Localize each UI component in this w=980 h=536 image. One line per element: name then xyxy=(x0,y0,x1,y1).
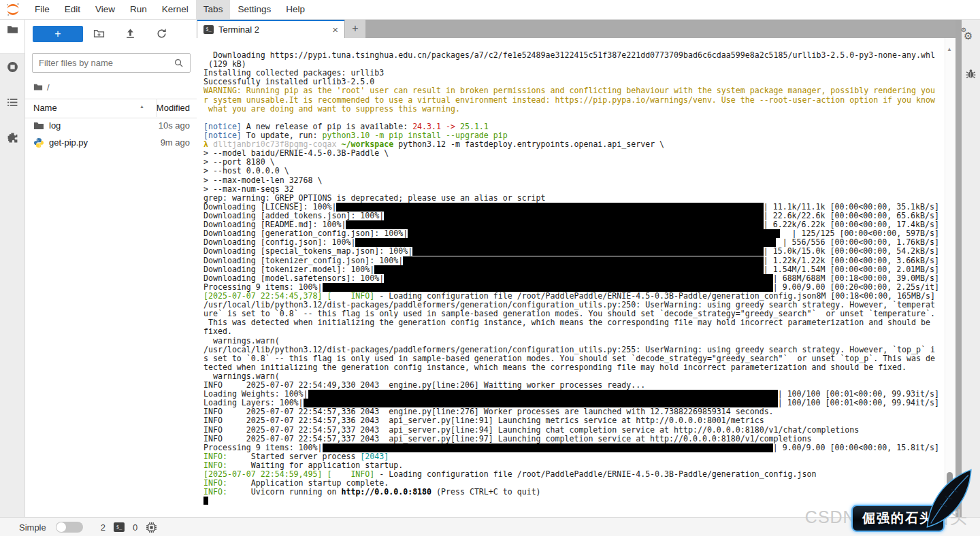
terminal-line: warnings.warn( xyxy=(203,337,939,346)
terminal-line: INFO: Waiting for application startup. xyxy=(203,461,939,470)
terminal-line: > --model baidu/ERNIE-4.5-0.3B-Paddle \ xyxy=(203,149,939,158)
progress-bar-redacted xyxy=(374,265,763,274)
file-browser-toolbar: + xyxy=(25,24,197,45)
debugger-bug-icon[interactable] xyxy=(965,68,977,80)
progress-bar-redacted xyxy=(403,256,764,265)
column-header-name[interactable]: Name xyxy=(33,103,57,113)
menu-item-run[interactable]: Run xyxy=(122,0,154,19)
folder-icon[interactable] xyxy=(7,24,18,35)
terminal-line: grep: warning: GREP_OPTIONS is deprecate… xyxy=(203,194,939,203)
terminal-line: [2025-07-07 22:54:45,378] [ INFO] - Load… xyxy=(203,292,939,301)
terminal-line: warnings.warn( xyxy=(203,372,939,381)
dock-tab-bar: $_ Terminal 2 × + xyxy=(197,19,956,38)
kernel-chip-icon[interactable] xyxy=(146,522,157,533)
menu-item-kernel[interactable]: Kernel xyxy=(154,0,196,19)
column-header-modified[interactable]: Modified xyxy=(157,103,190,113)
progress-bar-redacted xyxy=(346,220,763,229)
upload-icon[interactable] xyxy=(125,28,136,39)
menu-item-help[interactable]: Help xyxy=(278,0,312,19)
file-row-log[interactable]: log10s ago xyxy=(25,117,197,134)
terminal-line: s set to `0.8` -- this flag is only used… xyxy=(203,354,939,363)
progress-bar-redacted xyxy=(336,203,763,212)
new-launcher-button[interactable]: + xyxy=(33,26,83,42)
terminal-line: r system unusable.It is recommended to u… xyxy=(203,96,939,105)
new-folder-icon[interactable] xyxy=(93,28,105,39)
progress-bar-redacted xyxy=(355,238,775,247)
search-icon xyxy=(174,58,184,68)
tab-label[interactable]: Terminal 2 xyxy=(218,24,332,35)
terminal-icon: $_ xyxy=(203,25,214,34)
file-name[interactable]: get-pip.py xyxy=(49,137,161,148)
property-inspector-gears-icon[interactable]: ⚙⚙ xyxy=(964,30,973,42)
terminal-output[interactable]: Downloading https://pypi.tuna.tsinghua.e… xyxy=(197,38,945,517)
breadcrumb-path[interactable]: / xyxy=(47,82,50,93)
terminal-line xyxy=(203,114,939,122)
menu-item-edit[interactable]: Edit xyxy=(57,0,88,19)
terminal-line: INFO 2025-07-07 22:54:57,337 2043 api_se… xyxy=(203,435,939,443)
table-of-contents-icon[interactable] xyxy=(7,97,18,108)
extension-manager-icon[interactable] xyxy=(7,132,18,144)
terminal-line: INFO: Application startup complete. xyxy=(203,479,939,488)
tab-terminal-2[interactable]: $_ Terminal 2 × xyxy=(197,19,344,38)
terminal-scrollbar-track[interactable] xyxy=(945,38,956,517)
simple-mode-toggle[interactable] xyxy=(56,522,83,533)
menu-item-tabs[interactable]: Tabs xyxy=(196,0,231,19)
breadcrumb[interactable]: / xyxy=(33,80,50,94)
home-folder-icon[interactable] xyxy=(33,82,43,92)
progress-bar-redacted xyxy=(384,212,763,220)
file-filter-input[interactable] xyxy=(33,58,174,68)
progress-bar-redacted xyxy=(412,247,764,256)
menu-item-file[interactable]: File xyxy=(27,0,57,19)
file-browser-panel: + / Name ▲ Modified log10s agoget-pip.py… xyxy=(25,19,197,517)
terminal-line: INFO 2025-07-07 22:54:57,336 2043 engine… xyxy=(203,407,939,416)
terminal-line xyxy=(203,497,939,505)
menu-item-settings[interactable]: Settings xyxy=(230,0,278,19)
terminal-line: [2025-07-07 22:54:59,495] [ INFO] - Load… xyxy=(203,470,939,479)
file-row-get-pip.py[interactable]: get-pip.py9m ago xyxy=(25,134,197,151)
terminal-line: INFO: Uvicorn running on http://0.0.0.0:… xyxy=(203,488,939,497)
progress-bar-redacted xyxy=(304,399,778,407)
terminal-line: INFO 2025-07-07 22:54:49,330 2043 engine… xyxy=(203,381,939,390)
running-kernels-icon[interactable] xyxy=(7,61,18,73)
progress-bar-redacted xyxy=(408,229,779,238)
terminal-line: INFO 2025-07-07 22:54:57,337 2043 api_se… xyxy=(203,426,939,435)
terminal-line: /usr/local/lib/python3.12/dist-packages/… xyxy=(203,346,939,354)
close-tab-icon[interactable]: × xyxy=(332,24,338,35)
file-modified: 10s ago xyxy=(159,120,190,131)
menu-item-view[interactable]: View xyxy=(88,0,122,19)
progress-bar-redacted xyxy=(308,390,778,399)
new-tab-button[interactable]: + xyxy=(345,19,365,38)
file-list-headers: Name ▲ Modified xyxy=(25,99,197,118)
scroll-up-icon[interactable]: ▲ xyxy=(947,46,952,52)
terminal-line: Processing 9 items: 100%|| 9.00/9.00 [00… xyxy=(203,283,939,292)
terminal-status-icon[interactable]: $_ xyxy=(114,522,125,532)
terminal-line: > --host 0.0.0.0 \ xyxy=(203,167,939,175)
terminal-line: > --max-num-seqs 32 xyxy=(203,185,939,194)
terminal-line: Downloading [tokenizer_config.json]: 100… xyxy=(203,256,939,265)
folder-icon xyxy=(33,120,44,131)
terminal-line: Downloading [tokenizer.model]: 100%|| 1.… xyxy=(203,265,939,274)
refresh-icon[interactable] xyxy=(156,28,167,39)
terminal-line: tected when initializing the generation … xyxy=(203,363,939,372)
terminal-line: INFO: Started server process [2043] xyxy=(203,452,939,461)
terminal-line: Loading Weights: 100%|| 100/100 [00:01<0… xyxy=(203,390,939,399)
terminal-line: Downloading [README.md]: 100%|| 6.22k/6.… xyxy=(203,220,939,229)
terminal-line: [notice] To update, run: python3.10 -m p… xyxy=(203,131,939,140)
file-browser-tab-active[interactable] xyxy=(0,19,24,54)
sort-asc-icon[interactable]: ▲ xyxy=(140,104,144,109)
feather-decoration xyxy=(921,468,976,531)
terminal-line: Loading Layers: 100%|| 100/100 [00:01<00… xyxy=(203,399,939,407)
terminal-line: Downloading [config.json]: 100%|| 556/55… xyxy=(203,238,939,247)
toggle-knob xyxy=(56,522,66,532)
terminal-line: Downloading [LICENSE]: 100%|| 11.1k/11.1… xyxy=(203,203,939,212)
terminal-line: INFO 2025-07-07 22:54:57,336 2043 api_se… xyxy=(203,416,939,425)
file-name[interactable]: log xyxy=(49,120,159,131)
terminal-line: WARNING: Running pip as the 'root' user … xyxy=(203,86,939,95)
menu-bar: FileEditViewRunKernelTabsSettingsHelp xyxy=(0,0,980,20)
right-panel-splitter[interactable] xyxy=(956,19,962,517)
terminal-line: Installing collected packages: urllib3 xyxy=(203,69,939,78)
terminal-line: > --max-model-len 32768 \ xyxy=(203,176,939,185)
terminal-line: Successfully installed urllib3-2.5.0 xyxy=(203,78,939,86)
terminal-line: /usr/local/lib/python3.12/dist-packages/… xyxy=(203,301,939,309)
terminal-line: Downloading [generation_config.json]: 10… xyxy=(203,229,939,238)
